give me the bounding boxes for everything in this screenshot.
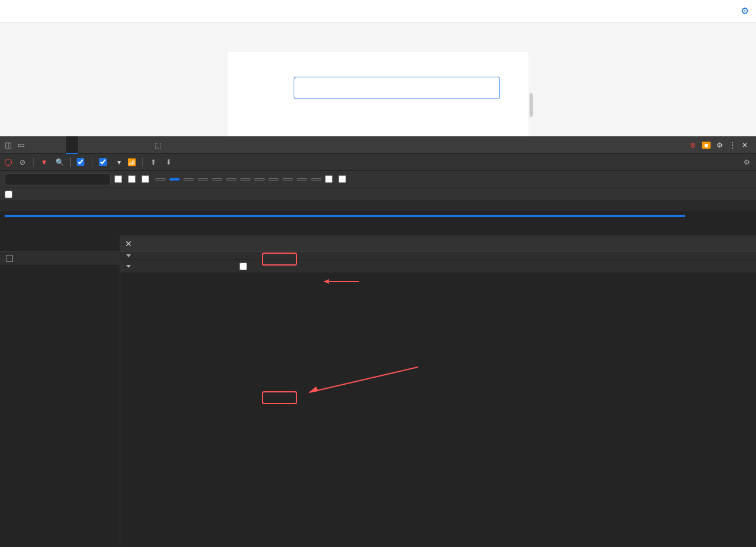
wifi-icon[interactable]: 📶 [127, 158, 136, 167]
filter-input[interactable] [5, 173, 111, 185]
pill-wasm[interactable] [297, 178, 307, 181]
annotation-arrow-location [297, 364, 421, 399]
hide-data-urls-check[interactable] [128, 175, 138, 183]
blocked-cookies-check[interactable] [325, 175, 335, 183]
tab-lighthouse[interactable] [125, 136, 137, 154]
tab-network[interactable] [66, 136, 78, 154]
svg-marker-3 [309, 386, 318, 392]
disable-cache-check[interactable] [99, 158, 109, 166]
tab-recorder[interactable] [137, 136, 149, 154]
login-row-username [244, 77, 512, 99]
inspect-icon[interactable]: ◫ [5, 140, 12, 149]
pill-css[interactable] [198, 178, 208, 181]
header-right: ⚙ [731, 5, 749, 17]
close-devtools-icon[interactable]: ✕ [742, 141, 748, 149]
blocked-req-check[interactable] [338, 175, 349, 183]
tab-sources[interactable] [54, 136, 66, 154]
tab-performance[interactable] [78, 136, 90, 154]
network-settings-icon[interactable]: ⚙ [742, 158, 751, 167]
filter-icon[interactable]: ▼ [40, 158, 49, 167]
request-list-header[interactable] [0, 235, 120, 252]
annotation-arrow-status [321, 277, 362, 286]
annotation-box-location [262, 391, 297, 404]
devtools-tabs: ◫ ▭ ⬚ ⊗ ■ ⚙ ⋮ ✕ [0, 136, 756, 154]
svg-marker-1 [324, 279, 329, 284]
username-input[interactable] [294, 77, 500, 99]
network-main: ✕ [0, 235, 756, 547]
devtools: ◫ ▭ ⬚ ⊗ ■ ⚙ ⋮ ✕ ⊘ ▼ 🔍 ▾ 📶 ⬆ [0, 136, 756, 547]
tab-application[interactable] [101, 136, 113, 154]
pill-doc[interactable] [183, 178, 194, 181]
invert-check[interactable] [114, 175, 124, 183]
settings-icon[interactable]: ⚙ [716, 141, 723, 149]
third-party-check[interactable] [5, 191, 15, 198]
network-toolbar: ⊘ ▼ 🔍 ▾ 📶 ⬆ ⬇ ⚙ [0, 154, 756, 171]
request-item-dologin[interactable] [0, 252, 120, 265]
pill-js[interactable] [212, 178, 222, 181]
response-headers-section[interactable] [120, 260, 756, 273]
gear-icon[interactable]: ⚙ [741, 5, 749, 17]
search-icon[interactable]: 🔍 [55, 158, 64, 167]
clear-icon[interactable]: ⊘ [18, 158, 27, 167]
network-filter-bar [0, 171, 756, 188]
network-timeline[interactable] [0, 201, 756, 235]
pill-all[interactable] [155, 178, 166, 181]
svg-line-2 [309, 367, 418, 392]
tab-perfinsights[interactable]: ⬚ [149, 136, 167, 154]
pill-img[interactable] [240, 178, 251, 181]
pill-fetch[interactable] [169, 178, 180, 181]
third-party-row [0, 188, 756, 201]
scrollbar-thumb[interactable] [530, 93, 533, 117]
pill-media[interactable] [254, 178, 265, 181]
record-icon[interactable] [5, 159, 12, 166]
general-section[interactable] [120, 252, 756, 260]
tab-memory[interactable] [90, 136, 101, 154]
pill-font[interactable] [226, 178, 236, 181]
detail-tabs: ✕ [120, 235, 756, 252]
warning-count[interactable]: ■ [702, 141, 711, 149]
download-icon[interactable]: ⬇ [164, 158, 173, 167]
request-list [0, 235, 120, 547]
preserve-log-check[interactable] [77, 158, 87, 166]
pill-other[interactable] [311, 178, 321, 181]
upload-icon[interactable]: ⬆ [149, 158, 158, 167]
device-toggle-icon[interactable]: ▭ [18, 140, 25, 149]
request-detail: ✕ [120, 235, 756, 547]
login-card [228, 52, 528, 136]
throttling-dropdown[interactable]: ▾ [115, 158, 121, 166]
pill-manifest[interactable] [268, 178, 279, 181]
tab-elements[interactable] [31, 136, 42, 154]
pill-ws[interactable] [282, 178, 293, 181]
detail-close-icon[interactable]: ✕ [125, 239, 132, 248]
tab-security[interactable] [113, 136, 125, 154]
timeline-bar [5, 215, 685, 217]
hide-ext-urls-check[interactable] [142, 175, 152, 183]
file-icon [6, 255, 13, 262]
error-count[interactable]: ⊗ [690, 141, 696, 149]
app-body [0, 22, 756, 136]
app-header: ⚙ [0, 0, 756, 22]
more-icon[interactable]: ⋮ [729, 141, 736, 149]
raw-check[interactable] [239, 263, 249, 270]
tab-console[interactable] [42, 136, 54, 154]
